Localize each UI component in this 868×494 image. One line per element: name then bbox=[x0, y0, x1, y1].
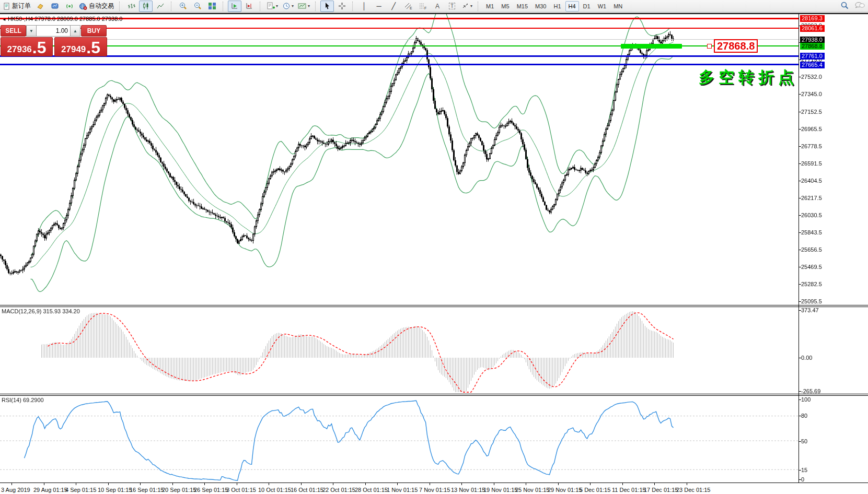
price-axis-tick-label: 26030.5 bbox=[801, 212, 822, 218]
terminal-button[interactable] bbox=[48, 1, 62, 12]
search-icon[interactable] bbox=[840, 1, 849, 10]
symbol-marker-icon: ◄ bbox=[2, 17, 6, 22]
horizontal-line-object[interactable] bbox=[0, 39, 798, 40]
autoscroll-button[interactable] bbox=[228, 1, 241, 12]
time-axis-tick bbox=[558, 483, 559, 485]
timeframe-button-m15[interactable]: M15 bbox=[514, 1, 531, 11]
text-button[interactable]: A bbox=[431, 1, 444, 12]
price-annotation-box[interactable]: 27868.8 bbox=[714, 39, 758, 53]
arrows-button[interactable]: ▾ bbox=[460, 1, 474, 12]
bar-chart-button[interactable] bbox=[124, 1, 138, 12]
time-axis-label: 13 Nov 01:15 bbox=[451, 487, 485, 493]
trendline-icon: ╱ bbox=[391, 3, 396, 9]
vertical-line-button[interactable]: │ bbox=[357, 1, 371, 12]
rsi-pane-canvas[interactable] bbox=[0, 396, 798, 483]
horizontal-line-object[interactable] bbox=[0, 64, 798, 65]
price-line-label: 28169.3 bbox=[800, 15, 825, 22]
timeframe-button-m1[interactable]: M1 bbox=[483, 1, 497, 11]
price-axis-tick-label: 27532.0 bbox=[801, 74, 822, 80]
price-axis-border bbox=[798, 14, 799, 483]
bid-price[interactable]: 27936.5 bbox=[1, 37, 53, 56]
tile-windows-button[interactable] bbox=[205, 1, 219, 12]
timeframe-button-w1[interactable]: W1 bbox=[595, 1, 610, 11]
time-axis-label: 29 Aug 01:15 bbox=[33, 487, 67, 493]
sell-button[interactable]: SELL bbox=[1, 25, 26, 37]
crosshair-button[interactable] bbox=[335, 1, 349, 12]
horizontal-line-object[interactable] bbox=[0, 28, 798, 29]
text-label-button[interactable]: T bbox=[445, 1, 459, 12]
time-axis-label: 25 Nov 01:15 bbox=[515, 487, 549, 493]
trendline-button[interactable]: ╱ bbox=[387, 1, 400, 12]
templates-button[interactable]: ▾ bbox=[296, 1, 311, 12]
new-order-button[interactable]: 新订单 bbox=[2, 1, 32, 12]
chevron-down-icon: ▾ bbox=[276, 4, 278, 8]
autotrading-icon bbox=[79, 3, 87, 10]
time-axis-label: 16 Sep 01:15 bbox=[130, 487, 164, 493]
timeframe-button-m30[interactable]: M30 bbox=[532, 1, 549, 11]
cursor-button[interactable] bbox=[320, 1, 334, 12]
volume-input[interactable]: 1.00 bbox=[37, 25, 70, 37]
time-axis-tick bbox=[622, 483, 623, 485]
timeframe-button-mn[interactable]: MN bbox=[610, 1, 626, 11]
metaeditor-button[interactable] bbox=[33, 1, 47, 12]
periods-icon bbox=[282, 2, 291, 10]
crosshair-icon bbox=[338, 2, 346, 10]
chinese-annotation: 多空转折点 bbox=[699, 67, 798, 88]
line-chart-button[interactable] bbox=[154, 1, 167, 12]
timeframe-button-d1[interactable]: D1 bbox=[580, 1, 594, 11]
price-axis-tick-label: 26965.5 bbox=[801, 126, 822, 132]
time-axis[interactable]: 3 Aug 201929 Aug 01:154 Sep 01:1510 Sep … bbox=[0, 483, 868, 494]
price-annotation-handle[interactable] bbox=[707, 44, 712, 49]
time-axis-tick bbox=[494, 483, 494, 485]
toolbar-separator bbox=[315, 2, 318, 11]
indicator-axis-label: -265.69 bbox=[801, 388, 820, 394]
time-axis-label: 22 Oct 01:15 bbox=[322, 487, 355, 493]
new-order-icon bbox=[3, 3, 10, 10]
price-line-label: 27761.0 bbox=[800, 53, 825, 60]
time-axis-tick bbox=[654, 483, 655, 485]
indicators-icon bbox=[267, 2, 275, 10]
macd-label: MACD(12,26,9) 315.93 334.20 bbox=[2, 308, 80, 314]
time-axis-label: 3 Oct 01:15 bbox=[226, 487, 256, 493]
vertical-line-icon: │ bbox=[362, 3, 366, 9]
price-axis-tick-label: 25843.5 bbox=[801, 229, 822, 236]
chart-shift-button[interactable] bbox=[242, 1, 256, 12]
ask-price[interactable]: 27949.5 bbox=[54, 37, 107, 56]
chevron-down-icon: ▾ bbox=[470, 4, 472, 8]
price-axis-tick-label: 26404.5 bbox=[801, 178, 822, 184]
price-axis-tick-label: 25095.5 bbox=[801, 298, 822, 304]
horizontal-line-object[interactable] bbox=[0, 55, 798, 57]
terminal-icon bbox=[51, 3, 59, 10]
channel-button[interactable]: E bbox=[401, 1, 415, 12]
zoom-in-button[interactable] bbox=[176, 1, 190, 12]
main-chart-canvas[interactable] bbox=[0, 14, 798, 305]
timeframe-button-m5[interactable]: M5 bbox=[498, 1, 512, 11]
fibonacci-button[interactable]: F bbox=[416, 1, 430, 12]
periods-button[interactable]: ▾ bbox=[281, 1, 295, 12]
timeframe-button-h4[interactable]: H4 bbox=[565, 1, 579, 11]
volume-down-button[interactable]: ▼ bbox=[26, 25, 37, 37]
autotrading-button[interactable]: 自动交易 bbox=[77, 1, 115, 12]
thick-trendline-segment[interactable] bbox=[621, 44, 682, 49]
indicators-button[interactable]: ▾ bbox=[265, 1, 280, 12]
time-axis-label: 4 Sep 01:15 bbox=[65, 487, 96, 493]
text-label-icon: T bbox=[449, 3, 455, 9]
chat-icon[interactable] bbox=[854, 1, 865, 10]
volume-up-button[interactable]: ▲ bbox=[70, 25, 80, 37]
horizontal-line-button[interactable]: ─ bbox=[372, 1, 386, 12]
metaeditor-icon bbox=[36, 3, 44, 10]
time-axis-tick bbox=[44, 483, 44, 485]
signals-button[interactable] bbox=[63, 1, 76, 12]
candlestick-button[interactable] bbox=[139, 1, 153, 12]
price-axis-tick-label: 26778.5 bbox=[801, 143, 822, 149]
toolbar-separator bbox=[119, 2, 122, 11]
zoom-out-button[interactable] bbox=[191, 1, 204, 12]
cursor-icon bbox=[323, 2, 331, 10]
macd-pane-canvas[interactable] bbox=[0, 307, 798, 394]
time-axis-label: 10 Oct 01:15 bbox=[258, 487, 291, 493]
time-axis-label: 17 Dec 01:15 bbox=[644, 487, 678, 493]
time-axis-tick bbox=[76, 483, 76, 485]
timeframe-button-h1[interactable]: H1 bbox=[550, 1, 564, 11]
time-axis-tick bbox=[397, 483, 398, 485]
buy-button[interactable]: BUY bbox=[81, 25, 107, 37]
